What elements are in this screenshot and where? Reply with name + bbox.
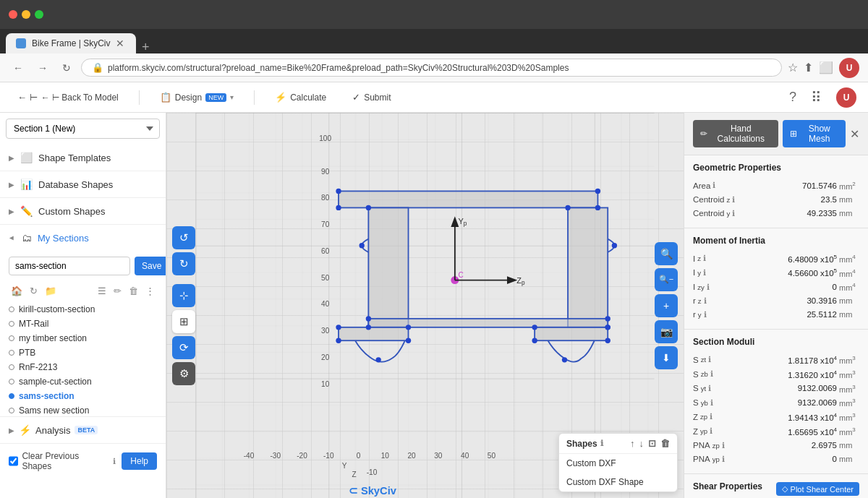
- section-dropdown[interactable]: Section 1 (New): [6, 119, 160, 139]
- section-item-mtrail[interactable]: MT-Rail: [9, 317, 157, 331]
- tab-close-button[interactable]: ✕: [116, 38, 124, 49]
- centroid-y-info[interactable]: ℹ: [732, 209, 735, 218]
- szt-value: 1.81178 x104: [788, 355, 837, 365]
- iz-value: 6.48009 x105: [788, 254, 837, 264]
- redo-tool[interactable]: ↻: [172, 252, 195, 275]
- canvas-area[interactable]: ↺ ↻ ⊹ ⊞ ⟳ ⚙ 🔍 🔍− + 📷 ⬇: [166, 113, 684, 498]
- shapes-up-icon[interactable]: ↑: [630, 438, 635, 449]
- folder-icon[interactable]: 📁: [43, 284, 59, 298]
- share-icon[interactable]: ⬆: [804, 61, 813, 74]
- help-button[interactable]: Help: [122, 452, 157, 470]
- clear-checkbox[interactable]: [9, 456, 18, 466]
- shapes-delete-icon[interactable]: 🗑: [660, 438, 670, 449]
- submit-button[interactable]: ✓ Submit: [346, 89, 396, 106]
- zoom-in-tool[interactable]: 🔍: [655, 242, 678, 265]
- section-input-row: Save: [9, 257, 157, 275]
- pnayp-label: PNAyp ℹ: [693, 455, 751, 464]
- panel-close-button[interactable]: ✕: [850, 127, 859, 141]
- shape-templates-header[interactable]: ▶ ⬜ Shape Templates: [0, 145, 166, 171]
- zoom-out-tool[interactable]: 🔍−: [655, 268, 678, 291]
- section-item-label: PTB: [19, 348, 35, 358]
- plot-shear-button[interactable]: ◇ Plot Shear Center: [776, 482, 859, 496]
- shapes-item-dxf[interactable]: Custom DXF: [559, 454, 677, 473]
- canvas-right-tools: 🔍 🔍− + 📷 ⬇: [655, 242, 678, 369]
- shapes-panel: Shapes ℹ ↑ ↓ ⊡ 🗑 Custom DXF Custom DXF S…: [558, 433, 678, 492]
- close-window-dot[interactable]: [9, 10, 17, 19]
- camera-tool[interactable]: 📷: [655, 320, 678, 343]
- svg-text:30: 30: [434, 452, 443, 460]
- back-button[interactable]: ←: [9, 61, 27, 75]
- svg-text:10: 10: [321, 380, 330, 388]
- iz-info[interactable]: ℹ: [703, 254, 706, 263]
- section-item-sams[interactable]: sams-section: [9, 389, 157, 403]
- area-info-icon[interactable]: ℹ: [712, 181, 715, 190]
- section-item-kirill[interactable]: kirill-custom-section: [9, 302, 157, 317]
- izy-info[interactable]: ℹ: [707, 283, 710, 292]
- grid-tool[interactable]: ⊞: [172, 310, 195, 333]
- new-tab-button[interactable]: +: [136, 40, 156, 53]
- svg-point-45: [532, 338, 537, 343]
- settings-tool[interactable]: ⚙: [172, 362, 195, 385]
- analysis-header[interactable]: ▶ ⚡ Analysis BETA: [0, 417, 166, 443]
- calculate-button[interactable]: ⚡ Calculate: [269, 89, 332, 106]
- svg-text:-10: -10: [323, 452, 334, 460]
- url-bar[interactable]: 🔒 platform.skyciv.com/structural?preload…: [81, 59, 782, 77]
- show-mesh-button[interactable]: ⊞ Show Mesh: [783, 120, 846, 147]
- download-tool[interactable]: ⬇: [655, 346, 678, 369]
- user-avatar-toolbar[interactable]: U: [836, 87, 856, 108]
- cursor-tool[interactable]: ⊹: [172, 284, 195, 307]
- reload-button[interactable]: ↻: [58, 61, 75, 75]
- back-to-model-button[interactable]: ← ⊢ ← ⊢ Back To Model: [12, 89, 124, 106]
- active-tab[interactable]: Bike Frame | SkyCiv ✕: [6, 33, 136, 53]
- user-avatar[interactable]: U: [839, 58, 859, 78]
- home-icon[interactable]: 🏠: [9, 284, 25, 298]
- clear-checkbox-label[interactable]: Clear Previous Shapes: [9, 451, 107, 471]
- iy-unit: mm4: [839, 268, 859, 278]
- tab-bar: Bike Frame | SkyCiv ✕ +: [0, 29, 868, 53]
- shape-templates-icon: ⬜: [20, 152, 33, 163]
- right-panel: ✏ Hand Calculations ⊞ Show Mesh ✕ Geomet…: [684, 113, 868, 498]
- delete-icon[interactable]: 🗑: [127, 284, 140, 298]
- zzp-row: Zzp ℹ 1.94143 x104 mm3: [693, 410, 859, 424]
- list-icon[interactable]: ☰: [95, 284, 109, 298]
- svg-text:50: 50: [488, 452, 496, 460]
- more-icon[interactable]: ⋮: [143, 284, 157, 298]
- design-button[interactable]: 📋 Design NEW ▾: [154, 89, 239, 106]
- izy-unit: mm4: [839, 282, 859, 292]
- section-item-ptb[interactable]: PTB: [9, 345, 157, 360]
- window-icon[interactable]: ⬜: [819, 61, 833, 74]
- section-name-input[interactable]: [9, 257, 130, 275]
- shapes-copy-icon[interactable]: ⊡: [648, 438, 656, 449]
- app-toolbar: ← ⊢ ← ⊢ Back To Model 📋 Design NEW ▾ ⚡ C…: [0, 82, 868, 113]
- shapes-item-dxf-shape[interactable]: Custom DXF Shape: [559, 473, 677, 491]
- bookmark-icon[interactable]: ☆: [788, 61, 798, 74]
- refresh-icon[interactable]: ↻: [27, 284, 40, 298]
- rz-info[interactable]: ℹ: [704, 296, 707, 306]
- add-tool[interactable]: +: [655, 294, 678, 317]
- ry-info[interactable]: ℹ: [704, 310, 707, 319]
- centroid-z-info[interactable]: ℹ: [732, 195, 735, 205]
- section-item-timber[interactable]: my timber section: [9, 331, 157, 345]
- rotate-tool[interactable]: ⟳: [172, 336, 195, 359]
- my-sections-icon: 🗂: [22, 232, 32, 244]
- shapes-down-icon[interactable]: ↓: [639, 438, 644, 449]
- section-item-sample[interactable]: sample-cut-section: [9, 374, 157, 389]
- database-shapes-header[interactable]: ▶ 📊 Database Shapes: [0, 171, 166, 197]
- maximize-window-dot[interactable]: [35, 10, 43, 19]
- centroid-z-unit: mm: [839, 195, 859, 204]
- my-sections-header[interactable]: ▼ 🗂 My Sections: [0, 225, 166, 251]
- shapes-panel-icons: ↑ ↓ ⊡ 🗑: [630, 438, 670, 449]
- section-item-rnf[interactable]: RnF-2213: [9, 360, 157, 374]
- edit-icon[interactable]: ✏: [111, 284, 124, 298]
- custom-shapes-header[interactable]: ▶ ✏️ Custom Shapes: [0, 198, 166, 224]
- section-item-sams-new[interactable]: Sams new section: [9, 403, 157, 416]
- save-section-button[interactable]: Save: [135, 257, 166, 275]
- syt-value: 9132.0069: [798, 384, 837, 392]
- iy-info[interactable]: ℹ: [703, 268, 706, 278]
- minimize-window-dot[interactable]: [22, 10, 30, 19]
- forward-button[interactable]: →: [33, 61, 52, 75]
- undo-tool[interactable]: ↺: [172, 226, 195, 249]
- apps-icon[interactable]: ⠿: [811, 89, 822, 106]
- help-icon[interactable]: ?: [789, 90, 796, 105]
- hand-calculations-button[interactable]: ✏ Hand Calculations: [693, 120, 778, 147]
